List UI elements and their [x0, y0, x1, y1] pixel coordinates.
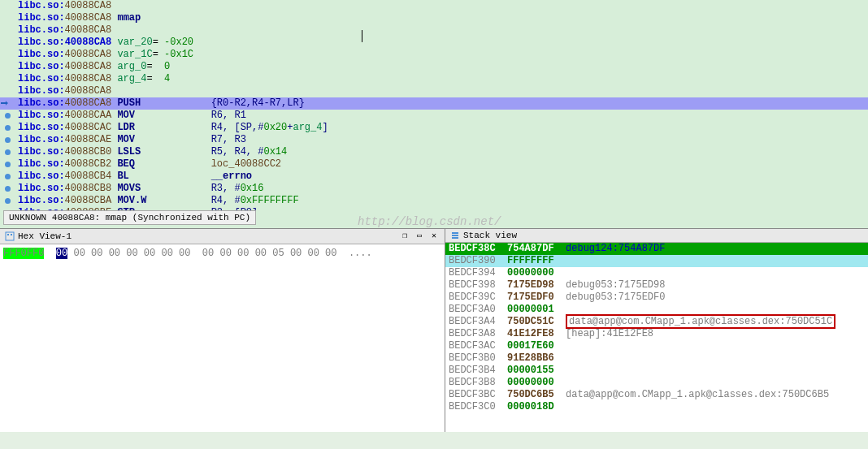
svg-rect-5 — [452, 237, 458, 239]
disasm-line[interactable]: ⮕libc.so:40088CA8 PUSH {R0-R2,R4-R7,LR} — [0, 97, 868, 110]
stack-row[interactable]: BEDCF398 7175ED98 debug053:7175ED98 — [445, 279, 868, 291]
stack-row[interactable]: BEDCF3AC 00017E60 — [445, 340, 868, 352]
svg-rect-1 — [7, 234, 9, 235]
bottom-panels: Hex View-1 ❐ ▭ ✕ FFF0FF0 00 00 00 00 00 … — [0, 229, 868, 432]
disasm-line[interactable]: libc.so:40088CBA MOV.W R4, #0xFFFFFFFF — [0, 195, 868, 207]
disasm-line[interactable]: libc.so:40088CA8 — [0, 85, 868, 97]
hex-selected-byte[interactable]: 00 — [56, 248, 67, 259]
breakpoint-dot-icon[interactable] — [5, 198, 11, 204]
disasm-line[interactable]: libc.so:40088CA8 var_1C= -0x1C — [0, 49, 868, 61]
status-bar: UNKNOWN 40088CA8: mmap (Synchronized wit… — [3, 210, 256, 225]
hex-panel-title: Hex View-1 — [18, 231, 72, 241]
hex-view-panel[interactable]: Hex View-1 ❐ ▭ ✕ FFF0FF0 00 00 00 00 00 … — [0, 229, 445, 432]
stack-row[interactable]: BEDCF3C0 0000018D — [445, 401, 868, 413]
breakpoint-dot-icon[interactable] — [5, 137, 11, 143]
hex-content[interactable]: FFF0FF0 00 00 00 00 00 00 00 00 00 00 00… — [0, 244, 445, 262]
stack-panel-title: Stack view — [463, 231, 517, 240]
disasm-line[interactable]: libc.so:40088CA8 var_20= -0x20 — [0, 37, 868, 49]
disasm-line[interactable]: libc.so:40088CA8 — [0, 24, 868, 37]
ip-arrow-icon: ⮕ — [0, 98, 9, 110]
svg-rect-0 — [6, 232, 14, 240]
breakpoint-dot-icon[interactable] — [5, 162, 11, 167]
stack-row[interactable]: BEDCF3BC 750DC6B5 data@app@com.CMapp_1.a… — [445, 389, 868, 401]
minimize-button[interactable]: ▭ — [414, 231, 425, 242]
disasm-line[interactable]: libc.so:40088CB4 BL __errno — [0, 171, 868, 183]
stack-row[interactable]: BEDCF390 FFFFFFFF — [445, 255, 868, 267]
breakpoint-dot-icon[interactable] — [5, 125, 11, 131]
hex-panel-header: Hex View-1 ❐ ▭ ✕ — [0, 229, 445, 244]
breakpoint-dot-icon[interactable] — [5, 186, 11, 192]
disasm-line[interactable]: libc.so:40088CA8 mmap — [0, 12, 868, 24]
stack-row[interactable]: BEDCF3A8 41E12FE8 [heap]:41E12FE8 — [445, 328, 868, 340]
stack-row[interactable]: BEDCF3B8 00000000 — [445, 377, 868, 389]
stack-row[interactable]: BEDCF3B4 00000155 — [445, 365, 868, 377]
stack-row[interactable]: BEDCF394 00000000 — [445, 267, 868, 279]
disasm-line[interactable]: libc.so:40088CAE MOV R7, R3 — [0, 134, 868, 146]
stack-row[interactable]: BEDCF3B0 91E28BB6 — [445, 352, 868, 365]
hex-ascii: .... — [349, 248, 372, 259]
disasm-line[interactable]: libc.so:40088CA8 arg_0= 0 — [0, 61, 868, 73]
svg-rect-2 — [11, 234, 12, 235]
stack-row[interactable]: BEDCF38C 754A87DF debug124:754A87DF — [445, 243, 868, 255]
disasm-line[interactable]: libc.so:40088CA8 — [0, 0, 868, 12]
hex-icon — [5, 231, 15, 241]
disasm-line[interactable]: libc.so:40088CB0 LSLS R5, R4, #0x14 — [0, 146, 868, 158]
hex-address: FFF0FF0 — [3, 248, 44, 259]
breakpoint-dot-icon[interactable] — [5, 174, 11, 179]
disasm-line[interactable]: libc.so:40088CAC LDR R4, [SP,#0x20+arg_4… — [0, 122, 868, 134]
svg-rect-4 — [452, 235, 458, 236]
restore-button[interactable]: ❐ — [399, 231, 410, 242]
disasm-line[interactable]: libc.so:40088CB8 MOVS R3, #0x16 — [0, 183, 868, 195]
stack-view-panel[interactable]: Stack view BEDCF38C 754A87DF debug124:75… — [445, 229, 868, 432]
breakpoint-dot-icon[interactable] — [5, 113, 11, 119]
disassembly-panel[interactable]: libc.so:40088CA8 libc.so:40088CA8 mmap l… — [0, 0, 868, 229]
close-button[interactable]: ✕ — [428, 231, 440, 242]
hex-bytes[interactable]: 00 00 00 00 00 00 00 00 00 00 00 05 00 0… — [67, 248, 349, 259]
disasm-line[interactable]: libc.so:40088CB2 BEQ loc_40088CC2 — [0, 158, 868, 171]
highlighted-stack-desc: data@app@com.CMapp_1.apk@classes.dex:750… — [566, 314, 835, 329]
stack-content[interactable]: BEDCF38C 754A87DF debug124:754A87DFBEDCF… — [445, 243, 868, 413]
disasm-line[interactable]: libc.so:40088CAA MOV R6, R1 — [0, 110, 868, 122]
stack-icon — [450, 231, 460, 240]
disasm-line[interactable]: libc.so:40088CA8 arg_4= 4 — [0, 73, 868, 85]
stack-row[interactable]: BEDCF3A4 750DC51C data@app@com.CMapp_1.a… — [445, 316, 868, 328]
svg-rect-3 — [452, 232, 458, 234]
stack-panel-header: Stack view — [445, 229, 868, 243]
stack-row[interactable]: BEDCF39C 7175EDF0 debug053:7175EDF0 — [445, 291, 868, 304]
breakpoint-dot-icon[interactable] — [5, 149, 11, 155]
